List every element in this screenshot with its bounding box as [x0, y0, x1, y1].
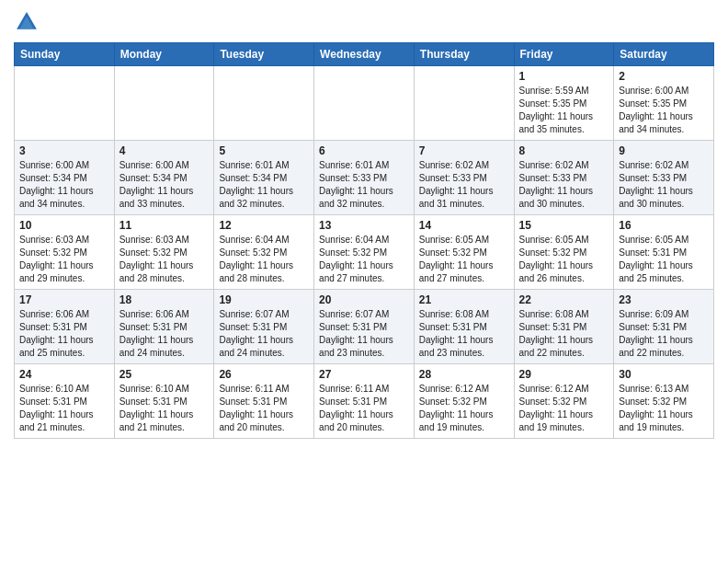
calendar-cell: 18Sunrise: 6:06 AM Sunset: 5:31 PM Dayli… — [114, 290, 214, 364]
day-number: 10 — [19, 219, 109, 232]
calendar-cell: 9Sunrise: 6:02 AM Sunset: 5:33 PM Daylig… — [614, 141, 714, 215]
day-info: Sunrise: 6:02 AM Sunset: 5:33 PM Dayligh… — [519, 159, 609, 211]
calendar-cell: 1Sunrise: 5:59 AM Sunset: 5:35 PM Daylig… — [514, 66, 614, 141]
calendar-day-header: Tuesday — [214, 43, 314, 66]
day-number: 5 — [219, 144, 309, 157]
day-number: 12 — [219, 219, 309, 232]
calendar-week-row: 17Sunrise: 6:06 AM Sunset: 5:31 PM Dayli… — [15, 290, 714, 364]
page: SundayMondayTuesdayWednesdayThursdayFrid… — [0, 0, 728, 563]
calendar-cell: 16Sunrise: 6:05 AM Sunset: 5:31 PM Dayli… — [614, 215, 714, 290]
day-info: Sunrise: 6:02 AM Sunset: 5:33 PM Dayligh… — [619, 159, 709, 211]
day-info: Sunrise: 6:13 AM Sunset: 5:32 PM Dayligh… — [619, 383, 709, 434]
day-info: Sunrise: 6:04 AM Sunset: 5:32 PM Dayligh… — [319, 234, 409, 285]
day-number: 6 — [319, 144, 409, 157]
day-info: Sunrise: 6:07 AM Sunset: 5:31 PM Dayligh… — [219, 308, 309, 360]
day-number: 28 — [419, 368, 509, 381]
day-info: Sunrise: 6:04 AM Sunset: 5:32 PM Dayligh… — [219, 234, 309, 285]
day-info: Sunrise: 6:03 AM Sunset: 5:32 PM Dayligh… — [119, 234, 210, 285]
day-number: 23 — [619, 293, 709, 306]
calendar-day-header: Thursday — [414, 43, 514, 66]
calendar-week-row: 1Sunrise: 5:59 AM Sunset: 5:35 PM Daylig… — [15, 66, 714, 141]
day-info: Sunrise: 6:03 AM Sunset: 5:32 PM Dayligh… — [19, 234, 109, 285]
day-info: Sunrise: 6:05 AM Sunset: 5:32 PM Dayligh… — [419, 234, 509, 285]
calendar-cell: 12Sunrise: 6:04 AM Sunset: 5:32 PM Dayli… — [214, 215, 314, 290]
day-info: Sunrise: 6:00 AM Sunset: 5:35 PM Dayligh… — [619, 85, 709, 136]
calendar-cell — [414, 66, 514, 141]
day-info: Sunrise: 6:10 AM Sunset: 5:31 PM Dayligh… — [19, 383, 109, 434]
calendar-cell: 22Sunrise: 6:08 AM Sunset: 5:31 PM Dayli… — [514, 290, 614, 364]
day-number: 9 — [619, 144, 709, 157]
calendar-cell — [314, 66, 415, 141]
day-info: Sunrise: 6:07 AM Sunset: 5:31 PM Dayligh… — [319, 308, 409, 360]
day-info: Sunrise: 6:02 AM Sunset: 5:33 PM Dayligh… — [419, 159, 509, 211]
day-number: 7 — [419, 144, 509, 157]
calendar-cell: 23Sunrise: 6:09 AM Sunset: 5:31 PM Dayli… — [614, 290, 714, 364]
day-number: 11 — [119, 219, 210, 232]
day-number: 18 — [119, 293, 210, 306]
day-number: 14 — [419, 219, 509, 232]
calendar-week-row: 24Sunrise: 6:10 AM Sunset: 5:31 PM Dayli… — [15, 364, 714, 439]
calendar-day-header: Monday — [114, 43, 214, 66]
day-number: 20 — [319, 293, 409, 306]
calendar-cell: 13Sunrise: 6:04 AM Sunset: 5:32 PM Dayli… — [314, 215, 415, 290]
day-info: Sunrise: 6:01 AM Sunset: 5:33 PM Dayligh… — [319, 159, 409, 211]
calendar-cell: 14Sunrise: 6:05 AM Sunset: 5:32 PM Dayli… — [414, 215, 514, 290]
day-info: Sunrise: 6:12 AM Sunset: 5:32 PM Dayligh… — [519, 383, 609, 434]
day-info: Sunrise: 6:06 AM Sunset: 5:31 PM Dayligh… — [19, 308, 109, 360]
calendar-day-header: Sunday — [15, 43, 115, 66]
day-number: 16 — [619, 219, 709, 232]
calendar-cell: 7Sunrise: 6:02 AM Sunset: 5:33 PM Daylig… — [414, 141, 514, 215]
day-info: Sunrise: 6:05 AM Sunset: 5:31 PM Dayligh… — [619, 234, 709, 285]
day-info: Sunrise: 6:05 AM Sunset: 5:32 PM Dayligh… — [519, 234, 609, 285]
calendar-cell: 15Sunrise: 6:05 AM Sunset: 5:32 PM Dayli… — [514, 215, 614, 290]
calendar-cell: 3Sunrise: 6:00 AM Sunset: 5:34 PM Daylig… — [15, 141, 115, 215]
header — [14, 9, 714, 35]
calendar-cell: 17Sunrise: 6:06 AM Sunset: 5:31 PM Dayli… — [15, 290, 115, 364]
calendar-day-header: Saturday — [614, 43, 714, 66]
day-number: 22 — [519, 293, 609, 306]
calendar-cell: 25Sunrise: 6:10 AM Sunset: 5:31 PM Dayli… — [114, 364, 214, 439]
day-number: 8 — [519, 144, 609, 157]
calendar-cell: 11Sunrise: 6:03 AM Sunset: 5:32 PM Dayli… — [114, 215, 214, 290]
day-info: Sunrise: 6:08 AM Sunset: 5:31 PM Dayligh… — [419, 308, 509, 360]
logo — [14, 9, 43, 35]
day-number: 25 — [119, 368, 210, 381]
day-info: Sunrise: 6:12 AM Sunset: 5:32 PM Dayligh… — [419, 383, 509, 434]
calendar-cell — [15, 66, 115, 141]
logo-icon — [14, 9, 40, 35]
calendar-cell: 5Sunrise: 6:01 AM Sunset: 5:34 PM Daylig… — [214, 141, 314, 215]
day-info: Sunrise: 6:10 AM Sunset: 5:31 PM Dayligh… — [119, 383, 210, 434]
day-number: 24 — [19, 368, 109, 381]
day-number: 3 — [19, 144, 109, 157]
day-info: Sunrise: 6:11 AM Sunset: 5:31 PM Dayligh… — [319, 383, 409, 434]
day-info: Sunrise: 6:00 AM Sunset: 5:34 PM Dayligh… — [119, 159, 210, 211]
day-info: Sunrise: 5:59 AM Sunset: 5:35 PM Dayligh… — [519, 85, 609, 136]
day-info: Sunrise: 6:08 AM Sunset: 5:31 PM Dayligh… — [519, 308, 609, 360]
day-number: 15 — [519, 219, 609, 232]
calendar-cell: 28Sunrise: 6:12 AM Sunset: 5:32 PM Dayli… — [414, 364, 514, 439]
calendar-day-header: Friday — [514, 43, 614, 66]
day-info: Sunrise: 6:09 AM Sunset: 5:31 PM Dayligh… — [619, 308, 709, 360]
calendar-cell: 8Sunrise: 6:02 AM Sunset: 5:33 PM Daylig… — [514, 141, 614, 215]
calendar-table: SundayMondayTuesdayWednesdayThursdayFrid… — [14, 42, 714, 439]
calendar-day-header: Wednesday — [314, 43, 415, 66]
day-info: Sunrise: 6:11 AM Sunset: 5:31 PM Dayligh… — [219, 383, 309, 434]
calendar-header-row: SundayMondayTuesdayWednesdayThursdayFrid… — [15, 43, 714, 66]
calendar-cell: 2Sunrise: 6:00 AM Sunset: 5:35 PM Daylig… — [614, 66, 714, 141]
calendar-cell: 6Sunrise: 6:01 AM Sunset: 5:33 PM Daylig… — [314, 141, 415, 215]
day-number: 21 — [419, 293, 509, 306]
calendar-cell — [114, 66, 214, 141]
calendar-cell: 24Sunrise: 6:10 AM Sunset: 5:31 PM Dayli… — [15, 364, 115, 439]
day-number: 4 — [119, 144, 210, 157]
calendar-cell — [214, 66, 314, 141]
day-number: 1 — [519, 70, 609, 83]
day-number: 29 — [519, 368, 609, 381]
day-number: 19 — [219, 293, 309, 306]
calendar-cell: 4Sunrise: 6:00 AM Sunset: 5:34 PM Daylig… — [114, 141, 214, 215]
calendar-cell: 20Sunrise: 6:07 AM Sunset: 5:31 PM Dayli… — [314, 290, 415, 364]
calendar-cell: 26Sunrise: 6:11 AM Sunset: 5:31 PM Dayli… — [214, 364, 314, 439]
day-number: 26 — [219, 368, 309, 381]
day-number: 30 — [619, 368, 709, 381]
calendar-cell: 10Sunrise: 6:03 AM Sunset: 5:32 PM Dayli… — [15, 215, 115, 290]
calendar-week-row: 3Sunrise: 6:00 AM Sunset: 5:34 PM Daylig… — [15, 141, 714, 215]
